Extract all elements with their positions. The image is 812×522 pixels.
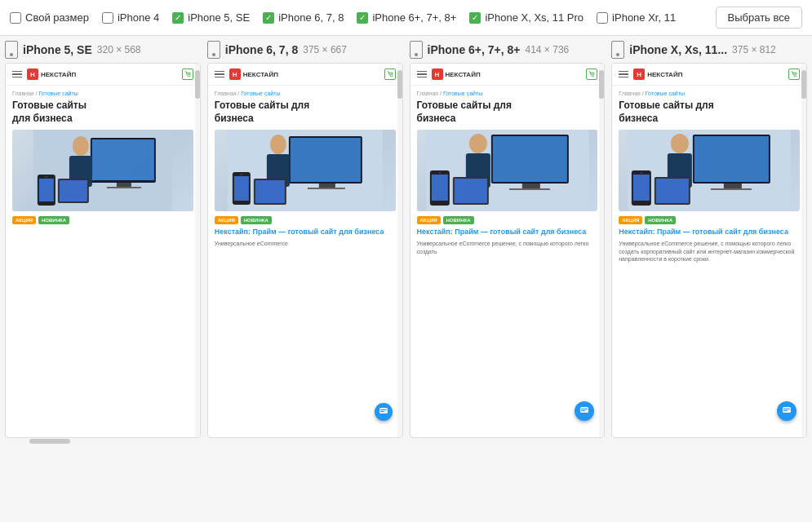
filter-iphone4-checkbox[interactable] — [102, 12, 113, 24]
col2-hamburger-icon[interactable] — [215, 71, 224, 78]
col1-scrollbar-track[interactable] — [195, 64, 200, 437]
col1-nav: Н НЕКСТАЙП — [6, 64, 200, 86]
col4-preview[interactable]: Н НЕКСТАЙП Главная / Готовые сайты — [611, 63, 807, 438]
col2-name: iPhone 6, 7, 8 — [225, 43, 298, 56]
col2-scrollbar-track[interactable] — [397, 64, 402, 437]
previews-wrapper: iPhone 5, SE 320 × 568 Н НЕКСТАЙП — [0, 36, 812, 450]
col4-chat-button[interactable] — [777, 401, 796, 421]
col3-badges: АКЦИЯ НОВИНКА — [417, 216, 598, 224]
svg-point-52 — [437, 172, 441, 174]
col4-breadcrumb-link[interactable]: Готовые сайты — [646, 91, 685, 96]
filter-iphone678[interactable]: ✓ iPhone 6, 7, 8 — [263, 11, 344, 24]
svg-rect-64 — [724, 184, 742, 188]
col3-scrollbar-track[interactable] — [599, 64, 604, 437]
col-iphone678plus: iPhone 6+, 7+, 8+ 414 × 736 Н НЕКСТАЙП — [410, 36, 606, 444]
select-all-button[interactable]: Выбрать все — [716, 7, 802, 29]
col4-device-icon — [611, 41, 624, 59]
filter-iphone4[interactable]: iPhone 4 — [102, 11, 159, 24]
svg-point-38 — [592, 76, 592, 77]
col1-badges: АКЦИЯ НОВИНКА — [12, 216, 193, 224]
col3-logo-text: НЕКСТАЙП — [446, 71, 481, 78]
col2-scrollbar-thumb[interactable] — [397, 70, 402, 99]
col2-chat-button[interactable] — [375, 403, 393, 421]
col4-logo: Н НЕКСТАЙП — [633, 69, 682, 80]
svg-point-19 — [391, 76, 392, 77]
col3-chat-button[interactable] — [575, 401, 594, 421]
col1-logo-square: Н — [27, 69, 38, 80]
col1-breadcrumb-link[interactable]: Готовые сайты — [38, 91, 78, 96]
col4-scrollbar-thumb[interactable] — [801, 70, 806, 99]
col4-product-desc: Универсальное eCommerce решение, с помощ… — [619, 240, 800, 263]
col1-preview[interactable]: Н НЕКСТАЙП Главная / Готовые сайты — [5, 63, 201, 438]
col1-badge-new: НОВИНКА — [38, 216, 69, 224]
col4-scrollbar-track[interactable] — [801, 64, 806, 437]
col3-product-title[interactable]: Некстайп: Прайм — готовый сайт для бизне… — [417, 228, 598, 237]
col2-breadcrumb-link[interactable]: Готовые сайты — [241, 91, 280, 96]
svg-point-72 — [640, 172, 643, 174]
col4-cart-icon[interactable] — [788, 69, 800, 80]
hamburger3-line3 — [417, 77, 427, 78]
col3-breadcrumb: Главная / Готовые сайты — [417, 91, 598, 96]
col3-scroll[interactable]: Н НЕКСТАЙП Главная / Готовые сайты — [410, 64, 605, 437]
filter-iphone678plus-label: iPhone 6+, 7+, 8+ — [372, 11, 456, 24]
svg-point-59 — [796, 76, 796, 77]
col2-breadcrumb: Главная / Готовые сайты — [215, 91, 396, 96]
col3-hamburger-icon[interactable] — [417, 71, 427, 78]
col3-breadcrumb-link[interactable]: Готовые сайты — [443, 91, 482, 96]
col4-badges: АКЦИЯ НОВИНКА — [619, 216, 800, 224]
svg-rect-8 — [107, 187, 141, 188]
col1-hamburger-icon[interactable] — [12, 71, 22, 78]
col1-scroll[interactable]: Н НЕКСТАЙП Главная / Готовые сайты — [6, 64, 200, 437]
svg-rect-63 — [694, 136, 769, 182]
filter-custom[interactable]: Свой размер — [10, 11, 89, 24]
filter-iphonex[interactable]: ✓ iPhone X, Xs, 11 Pro — [469, 11, 583, 24]
col3-img-sim — [417, 130, 598, 211]
col3-logo-square: Н — [432, 69, 443, 80]
col4-scroll[interactable]: Н НЕКСТАЙП Главная / Готовые сайты — [612, 64, 806, 437]
hamburger-line2 — [12, 73, 22, 75]
col3-scrollbar-thumb[interactable] — [599, 70, 604, 99]
col4-size: 375 × 812 — [732, 44, 776, 55]
svg-rect-36 — [380, 409, 387, 410]
svg-rect-55 — [580, 407, 588, 413]
svg-point-39 — [593, 76, 594, 77]
filter-iphone5se[interactable]: ✓ iPhone 5, SE — [172, 11, 250, 24]
hamburger4-line2 — [619, 73, 628, 75]
col1-cart-icon[interactable] — [182, 69, 193, 80]
col2-product-title[interactable]: Некстайп: Прайм — готовый сайт для бизне… — [215, 228, 396, 237]
svg-rect-75 — [783, 407, 791, 413]
col1-scrollbar-thumb[interactable] — [195, 70, 200, 99]
col1-hscroll-thumb[interactable] — [29, 439, 70, 444]
col4-product-title[interactable]: Некстайп: Прайм — готовый сайт для бизне… — [619, 228, 800, 237]
col1-img-sim — [12, 130, 193, 211]
filter-iphonexr[interactable]: iPhone Xr, 11 — [597, 11, 676, 24]
filter-iphonexr-checkbox[interactable] — [597, 12, 608, 24]
filter-custom-checkbox[interactable] — [10, 12, 21, 24]
filter-iphone678plus[interactable]: ✓ iPhone 6+, 7+, 8+ — [357, 11, 456, 24]
col1-logo-text: НЕКСТАЙП — [41, 71, 76, 78]
svg-point-46 — [468, 134, 486, 153]
svg-rect-7 — [117, 183, 131, 187]
col2-cart-icon[interactable] — [384, 69, 396, 80]
svg-rect-24 — [319, 184, 335, 188]
svg-point-0 — [188, 76, 189, 77]
col3-preview[interactable]: Н НЕКСТАЙП Главная / Готовые сайты — [410, 63, 606, 438]
filter-custom-label: Свой размер — [25, 11, 89, 24]
col4-hamburger-icon[interactable] — [619, 71, 628, 78]
col1-hscroll-bar[interactable] — [5, 439, 201, 444]
col2-preview[interactable]: Н НЕКСТАЙП Главная / Готовые сайты — [207, 63, 403, 438]
hamburger-line1 — [12, 71, 22, 73]
col2-scroll[interactable]: Н НЕКСТАЙП Главная / Готовые сайты — [208, 64, 402, 437]
col2-badges: АКЦИЯ НОВИНКА — [215, 216, 396, 224]
col2-img-sim — [215, 130, 396, 211]
col1-page-title: Готовые сайтыдля бизнеса — [12, 100, 193, 125]
svg-rect-6 — [92, 139, 154, 180]
col-iphone678: iPhone 6, 7, 8 375 × 667 Н НЕКСТАЙП — [207, 36, 403, 444]
hamburger-line3 — [12, 77, 22, 78]
filter-iphone678-checkmark: ✓ — [263, 12, 274, 24]
col3-logo: Н НЕКСТАЙП — [432, 69, 481, 80]
col3-device-icon — [410, 41, 423, 59]
col2-logo-square: Н — [229, 69, 241, 80]
col4-logo-text: НЕКСТАЙП — [647, 71, 682, 78]
col3-cart-icon[interactable] — [586, 69, 597, 80]
